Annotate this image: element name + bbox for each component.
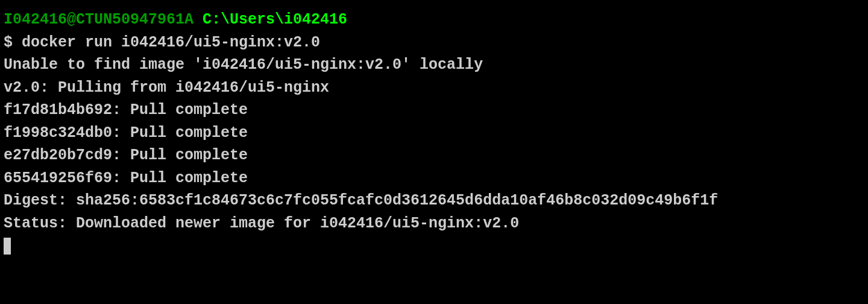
output-line-1: v2.0: Pulling from i042416/ui5-nginx bbox=[4, 77, 864, 100]
output-line-7: Status: Downloaded newer image for i0424… bbox=[4, 212, 864, 235]
output-line-6: Digest: sha256:6583cf1c84673c6c7fc055fca… bbox=[4, 189, 864, 212]
command-text: docker run i042416/ui5-nginx:v2.0 bbox=[22, 34, 320, 51]
prompt-path: C:\Users\i042416 bbox=[203, 11, 347, 28]
output-line-0: Unable to find image 'i042416/ui5-nginx:… bbox=[4, 54, 864, 77]
output-line-4: e27db20b7cd9: Pull complete bbox=[4, 144, 864, 167]
cursor-line[interactable] bbox=[4, 235, 864, 258]
prompt-line[interactable]: I042416@CTUN50947961A C:\Users\i042416 bbox=[4, 8, 864, 31]
output-line-5: 655419256f69: Pull complete bbox=[4, 167, 864, 190]
cursor-icon bbox=[4, 238, 11, 255]
output-line-3: f1998c324db0: Pull complete bbox=[4, 122, 864, 145]
prompt-user-host: I042416@CTUN50947961A bbox=[4, 11, 193, 28]
prompt-symbol: $ bbox=[4, 34, 13, 51]
output-line-2: f17d81b4b692: Pull complete bbox=[4, 99, 864, 122]
command-line[interactable]: $ docker run i042416/ui5-nginx:v2.0 bbox=[4, 31, 864, 54]
